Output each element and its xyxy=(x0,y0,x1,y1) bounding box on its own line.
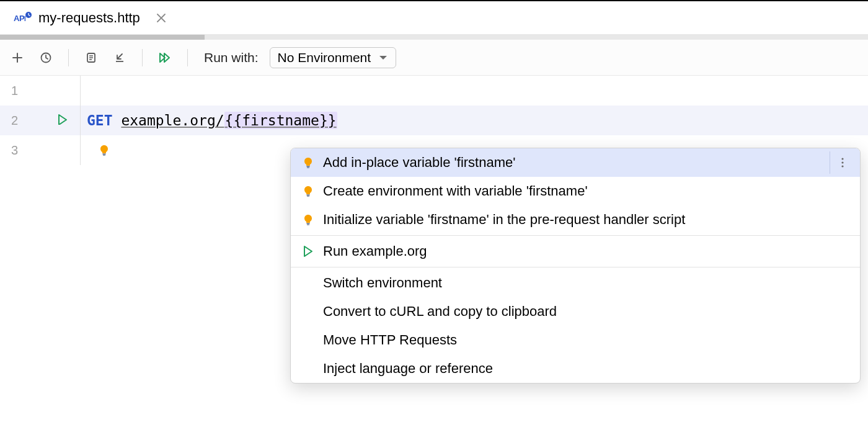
intention-label: Inject language or reference xyxy=(323,361,493,377)
intention-label: Create environment with variable 'firstn… xyxy=(323,183,588,199)
scroll-indicator xyxy=(0,35,868,40)
gutter-row: 1 xyxy=(0,76,80,106)
bulb-icon xyxy=(98,144,110,156)
http-toolbar: Run with: No Environment xyxy=(0,40,868,76)
separator xyxy=(291,267,860,267)
template-variable: {{firstname}} xyxy=(224,112,337,129)
gutter-row: 3 xyxy=(0,135,80,165)
close-icon[interactable] xyxy=(155,12,167,24)
intention-label: Add in-place variable 'firstname' xyxy=(323,155,515,171)
intention-label: Move HTTP Requests xyxy=(323,332,457,348)
file-tab[interactable]: my-requests.http xyxy=(7,10,174,26)
intention-label: Initialize variable 'firstname' in the p… xyxy=(323,212,685,228)
intention-convert-curl[interactable]: Convert to cURL and copy to clipboard xyxy=(291,297,860,326)
code-line[interactable]: GET example.org/{{firstname}} xyxy=(81,106,868,135)
separator xyxy=(142,49,143,66)
request-url: example.org/{{firstname}} xyxy=(121,112,337,128)
gutter-row: 2 xyxy=(0,106,80,135)
import-icon[interactable] xyxy=(111,49,128,66)
intention-switch-env[interactable]: Switch environment xyxy=(291,269,860,297)
intention-run-request[interactable]: Run example.org xyxy=(291,237,860,266)
history-icon[interactable] xyxy=(37,49,55,66)
add-request-icon[interactable] xyxy=(9,49,26,66)
environment-dropdown[interactable]: No Environment xyxy=(270,47,397,68)
run-gutter-icon[interactable] xyxy=(56,114,68,127)
tab-filename: my-requests.http xyxy=(38,10,140,26)
intention-popup: Add in-place variable 'firstname' Create… xyxy=(290,148,861,384)
http-file-icon xyxy=(14,12,32,24)
line-number: 1 xyxy=(11,84,18,98)
intention-init-pre-request[interactable]: Initialize variable 'firstname' in the p… xyxy=(291,205,860,234)
intention-inject-language[interactable]: Inject language or reference xyxy=(291,354,860,383)
separator xyxy=(291,235,860,236)
intention-label: Switch environment xyxy=(323,275,442,291)
environment-selected: No Environment xyxy=(278,50,371,65)
chevron-down-icon xyxy=(378,53,388,63)
gutter: 1 2 3 xyxy=(0,76,81,165)
bulb-icon xyxy=(302,156,314,169)
run-with-label: Run with: xyxy=(204,50,259,65)
separator xyxy=(68,49,69,66)
run-all-icon[interactable] xyxy=(156,49,174,66)
intention-add-in-place[interactable]: Add in-place variable 'firstname' xyxy=(291,148,860,177)
intention-create-env[interactable]: Create environment with variable 'firstn… xyxy=(291,177,860,205)
bulb-icon xyxy=(302,185,314,197)
intention-move-requests[interactable]: Move HTTP Requests xyxy=(291,326,860,354)
line-number: 2 xyxy=(11,114,18,128)
separator xyxy=(187,49,188,66)
bulb-icon xyxy=(302,213,314,226)
intention-label: Convert to cURL and copy to clipboard xyxy=(323,303,557,320)
http-method: GET xyxy=(87,112,113,128)
intention-label: Run example.org xyxy=(323,243,427,259)
examples-icon[interactable] xyxy=(82,49,100,66)
run-icon xyxy=(302,245,314,258)
line-number: 3 xyxy=(11,143,18,158)
more-options-icon[interactable] xyxy=(830,151,854,174)
tab-bar: my-requests.http xyxy=(0,1,868,35)
